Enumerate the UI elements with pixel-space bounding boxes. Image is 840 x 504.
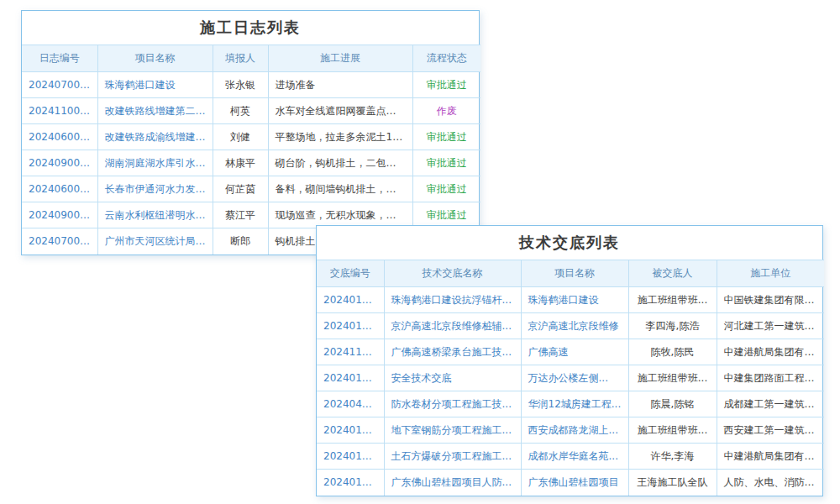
construction-log-table: 日志编号 项目名称 填报人 施工进展 流程状态 2024070011 珠海鹤港口… (22, 45, 480, 255)
disclosure-name-cell[interactable]: 地下室钢筋分项工程施工... (384, 417, 521, 444)
unit-cell: 河北建工第一建筑有... (717, 313, 824, 339)
disclosure-id-cell[interactable]: 2024010001 (317, 470, 384, 496)
disclosure-id-cell[interactable]: 2024110001 (317, 339, 384, 365)
project-name-cell[interactable]: 珠海鹤港口建设 (97, 72, 213, 98)
log-id-cell[interactable]: 2024110002 (22, 98, 97, 124)
construction-log-title: 施工日志列表 (22, 11, 479, 45)
tech-disclosure-table: 交底编号 技术交底名称 项目名称 被交底人 施工单位 2024010003 珠海… (317, 260, 824, 496)
disclosure-name-cell[interactable]: 珠海鹤港口建设抗浮锚杆... (384, 287, 521, 313)
receiver-cell: 王海施工队全队 (628, 470, 717, 496)
receiver-cell: 陈牧,陈民 (628, 339, 717, 365)
disclosure-col-project: 项目名称 (521, 260, 628, 287)
log-col-reporter: 填报人 (213, 45, 268, 72)
disclosure-id-cell[interactable]: 2024010004 (317, 313, 384, 339)
reporter-cell: 柯英 (213, 98, 268, 124)
receiver-cell: 李四海,陈浩 (628, 313, 717, 339)
table-row: 2024010001 广东佛山碧桂园项目人防... 广东佛山碧桂园项目 王海施工… (317, 470, 824, 496)
project-name-cell[interactable]: 广东佛山碧桂园项目 (521, 470, 628, 496)
disclosure-name-cell[interactable]: 防水卷材分项工程施工技... (384, 391, 521, 417)
project-name-cell[interactable]: 改建铁路线增建第二线直... (97, 98, 213, 124)
status-badge: 作废 (412, 98, 480, 124)
disclosure-name-cell[interactable]: 土石方爆破分项工程施工... (384, 444, 521, 470)
log-id-cell[interactable]: 2024060006 (22, 124, 97, 150)
disclosure-name-cell[interactable]: 广东佛山碧桂园项目人防... (384, 470, 521, 496)
project-name-cell[interactable]: 万达办公楼左侧... (521, 365, 628, 391)
disclosure-name-cell[interactable]: 安全技术交底 (384, 365, 521, 391)
project-name-cell[interactable]: 西安成都路龙湖上... (521, 417, 628, 444)
unit-cell: 中建港航局集团有限... (717, 339, 824, 365)
log-id-cell[interactable]: 2024070011 (22, 72, 97, 98)
project-name-cell[interactable]: 长春市伊通河水力发电厂... (97, 176, 213, 202)
project-name-cell[interactable]: 广佛高速 (521, 339, 628, 365)
reporter-cell: 断郎 (213, 228, 268, 255)
receiver-cell: 施工班组带班... (628, 287, 717, 313)
project-name-cell[interactable]: 广州市天河区统计局机房... (97, 228, 213, 255)
unit-cell: 西安建工第一建筑有... (717, 417, 824, 444)
unit-cell: 中建集团路面工程有... (717, 365, 824, 391)
disclosure-col-unit: 施工单位 (717, 260, 824, 287)
unit-cell: 中建港航局集团有限... (717, 444, 824, 470)
table-row: 2024110002 改建铁路线增建第二线直... 柯英 水车对全线遮阳网覆盖点… (22, 98, 480, 124)
disclosure-col-name: 技术交底名称 (384, 260, 521, 287)
reporter-cell: 张永银 (213, 72, 268, 98)
progress-cell: 进场准备 (268, 72, 412, 98)
progress-cell: 砌台阶，钩机排土，二包砌... (268, 150, 412, 176)
table-row: 2024090009 湖南洞庭湖水库引水工程... 林康平 砌台阶，钩机排土，二… (22, 150, 480, 176)
project-name-cell[interactable]: 成都水岸华庭名苑... (521, 444, 628, 470)
receiver-cell: 施工班组带班... (628, 365, 717, 391)
status-badge: 审批通过 (412, 150, 480, 176)
table-row: 2024060005 长春市伊通河水力发电厂... 何芷茵 备料，砌间墙钩机排土… (22, 176, 480, 202)
log-header-row: 日志编号 项目名称 填报人 施工进展 流程状态 (22, 45, 480, 72)
disclosure-id-cell[interactable]: 2024010003 (317, 287, 384, 313)
table-row: 2024060006 改建铁路成渝线增建第二... 刘健 平整场地，拉走多余泥土… (22, 124, 480, 150)
log-id-cell[interactable]: 2024090009 (22, 150, 97, 176)
table-row: 2024010002 土石方爆破分项工程施工... 成都水岸华庭名苑... 许华… (317, 444, 824, 470)
disclosure-id-cell[interactable]: 2024010002 (317, 417, 384, 444)
project-name-cell[interactable]: 京沪高速北京段维修 (521, 313, 628, 339)
project-name-cell[interactable]: 云南水利枢纽潜明水库一... (97, 202, 213, 228)
log-col-project: 项目名称 (97, 45, 213, 72)
project-name-cell[interactable]: 华润12城房建工程... (521, 391, 628, 417)
reporter-cell: 何芷茵 (213, 176, 268, 202)
log-col-status: 流程状态 (412, 45, 480, 72)
disclosure-col-id: 交底编号 (317, 260, 384, 287)
table-row: 2024010004 京沪高速北京段维修桩辅... 京沪高速北京段维修 李四海,… (317, 313, 824, 339)
status-badge: 审批通过 (412, 176, 480, 202)
table-row: 2024070011 珠海鹤港口建设 张永银 进场准备 审批通过 (22, 72, 480, 98)
log-col-id: 日志编号 (22, 45, 97, 72)
status-badge: 审批通过 (412, 72, 480, 98)
project-name-cell[interactable]: 湖南洞庭湖水库引水工程... (97, 150, 213, 176)
progress-cell: 水车对全线遮阳网覆盖点进... (268, 98, 412, 124)
disclosure-name-cell[interactable]: 京沪高速北京段维修桩辅... (384, 313, 521, 339)
project-name-cell[interactable]: 珠海鹤港口建设 (521, 287, 628, 313)
receiver-cell: 许华,李海 (628, 444, 717, 470)
page: 施工日志列表 日志编号 项目名称 填报人 施工进展 流程状态 202407001… (0, 0, 840, 504)
tech-disclosure-title: 技术交底列表 (317, 226, 822, 260)
progress-cell: 现场巡查，无积水现象，水... (268, 202, 412, 228)
log-id-cell[interactable]: 2024070011 (22, 228, 97, 255)
table-row: 2024010003 安全技术交底 万达办公楼左侧... 施工班组带班... 中… (317, 365, 824, 391)
disclosure-id-cell[interactable]: 2024010002 (317, 444, 384, 470)
status-badge: 审批通过 (412, 202, 480, 228)
log-id-cell[interactable]: 2024090009 (22, 202, 97, 228)
progress-cell: 平整场地，拉走多余泥土15... (268, 124, 412, 150)
log-id-cell[interactable]: 2024060005 (22, 176, 97, 202)
reporter-cell: 林康平 (213, 150, 268, 176)
disclosure-id-cell[interactable]: 2024010003 (317, 365, 384, 391)
unit-cell: 中国铁建集团有限公司 (717, 287, 824, 313)
disclosure-name-cell[interactable]: 广佛高速桥梁承台施工技... (384, 339, 521, 365)
disclosure-id-cell[interactable]: 2024040001 (317, 391, 384, 417)
table-row: 2024090009 云南水利枢纽潜明水库一... 蔡江平 现场巡查，无积水现象… (22, 202, 480, 228)
receiver-cell: 陈晨,陈铭 (628, 391, 717, 417)
unit-cell: 成都建工第一建筑有... (717, 391, 824, 417)
disclosure-header-row: 交底编号 技术交底名称 项目名称 被交底人 施工单位 (317, 260, 824, 287)
table-row: 2024010002 地下室钢筋分项工程施工... 西安成都路龙湖上... 施工… (317, 417, 824, 444)
status-badge: 审批通过 (412, 124, 480, 150)
tech-disclosure-panel: 技术交底列表 交底编号 技术交底名称 项目名称 被交底人 施工单位 202401… (316, 225, 823, 496)
reporter-cell: 蔡江平 (213, 202, 268, 228)
project-name-cell[interactable]: 改建铁路成渝线增建第二... (97, 124, 213, 150)
table-row: 2024040001 防水卷材分项工程施工技... 华润12城房建工程... 陈… (317, 391, 824, 417)
reporter-cell: 刘健 (213, 124, 268, 150)
log-col-progress: 施工进展 (268, 45, 412, 72)
progress-cell: 备料，砌间墙钩机排土，瓦... (268, 176, 412, 202)
